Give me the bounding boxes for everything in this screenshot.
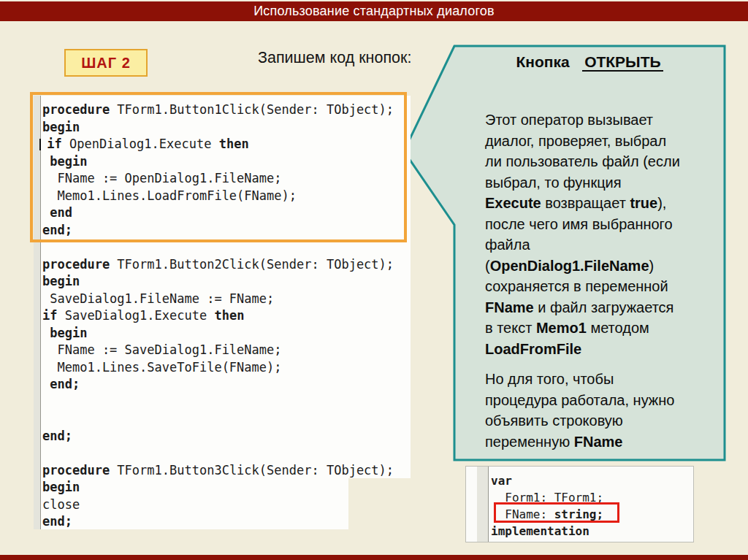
code-line [42,394,394,411]
code-line: Memo1.Lines.SaveToFile(FName); [42,359,394,377]
slide-title: Использование стандартных диалогов [253,4,495,19]
highlight-rect-red [494,502,619,523]
top-title-bar: Использование стандартных диалогов [0,1,748,21]
highlight-rect-orange [30,92,407,242]
callout-title-prefix: Кнопка [516,53,569,70]
code-line [42,410,394,428]
code-line: begin [42,273,394,291]
caption: Запишем код кнопок: [258,49,411,67]
code-line: procedure TForm1.Button3Click(Sender: TO… [42,462,394,480]
code-line: FName := SaveDialog1.FileName; [42,342,394,359]
code-line: end; [42,513,394,531]
callout-title-spacer [573,53,578,70]
code-line: procedure TForm1.Button2Click(Sender: TO… [42,256,394,274]
code-line: SaveDialog1.FileName := FName; [42,291,394,308]
var-panel-gutter [477,467,489,542]
callout-body: Этот оператор вызываетдиалог, проверяет,… [485,110,717,452]
slide: Использование стандартных диалогов ШАГ 2… [0,0,748,560]
code-line: implementation [491,523,603,540]
callout-paragraph: Но для того, чтобыпроцедура работала, ну… [485,369,717,452]
callout-title: Кнопка ОТКРЫТЬ [460,53,719,71]
callout-paragraph: Этот оператор вызываетдиалог, проверяет,… [485,110,717,359]
bottom-bar [0,555,748,560]
code-line [42,445,394,462]
code-line: begin [42,325,394,342]
code-line: if SaveDialog1.Execute then [42,307,394,325]
step-badge-label: ШАГ 2 [81,55,131,72]
code-line: var [491,472,603,489]
code-line: end; [42,428,394,445]
code-line: end; [42,376,394,394]
callout-title-button-name: ОТКРЫТЬ [582,53,663,72]
code-line: close [42,496,394,514]
step-badge: ШАГ 2 [64,49,148,77]
code-line: begin [42,479,394,496]
